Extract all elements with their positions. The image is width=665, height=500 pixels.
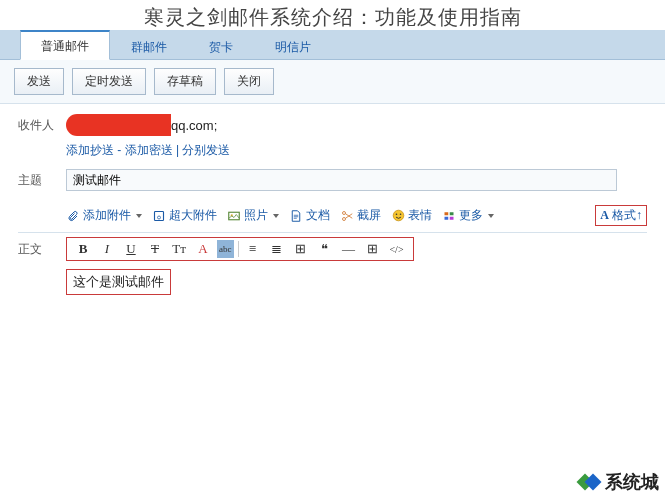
- toolbar-separator: [238, 241, 239, 257]
- action-bar: 发送 定时发送 存草稿 关闭: [0, 60, 665, 104]
- font-a-icon: A: [600, 208, 609, 223]
- align-button[interactable]: ≡: [243, 240, 263, 258]
- watermark-logo-icon: [579, 471, 601, 493]
- compose-form: 收件人 qq.com; 添加抄送 - 添加密送 | 分别发送 主题 添加附件 超…: [0, 104, 665, 295]
- compose-tabbar: 普通邮件 群邮件 贺卡 明信片: [0, 30, 665, 60]
- highlight-button[interactable]: abc: [217, 240, 234, 258]
- font-size-button[interactable]: Tт: [169, 240, 189, 258]
- source-code-button[interactable]: </>: [387, 240, 407, 258]
- send-button[interactable]: 发送: [14, 68, 64, 95]
- tab-group-mail[interactable]: 群邮件: [110, 32, 188, 60]
- editor-content-area[interactable]: 这个是测试邮件: [66, 269, 647, 295]
- recipient-domain: qq.com;: [171, 118, 217, 133]
- close-button[interactable]: 关闭: [224, 68, 274, 95]
- page-title: 寒灵之剑邮件系统介绍：功能及使用指南: [0, 4, 665, 31]
- screenshot-button[interactable]: 截屏: [340, 207, 381, 224]
- tab-postcard[interactable]: 明信片: [254, 32, 332, 60]
- bold-button[interactable]: B: [73, 240, 93, 258]
- svg-rect-10: [450, 212, 454, 215]
- hr-button[interactable]: —: [339, 240, 359, 258]
- chevron-down-icon: [273, 214, 279, 218]
- svg-rect-12: [450, 216, 454, 219]
- emoji-button[interactable]: 表情: [391, 207, 432, 224]
- tab-normal-mail[interactable]: 普通邮件: [20, 30, 110, 60]
- format-toggle-button[interactable]: A 格式↑: [595, 205, 647, 226]
- photo-icon: [227, 209, 241, 223]
- svg-point-8: [399, 213, 401, 215]
- recipient-label: 收件人: [18, 117, 66, 134]
- subject-row: 主题: [18, 169, 647, 191]
- smile-icon: [391, 209, 405, 223]
- body-label: 正文: [18, 237, 66, 258]
- underline-button[interactable]: U: [121, 240, 141, 258]
- save-draft-button[interactable]: 存草稿: [154, 68, 216, 95]
- svg-rect-11: [445, 216, 449, 219]
- strikethrough-button[interactable]: T: [145, 240, 165, 258]
- big-attachment-button[interactable]: 超大附件: [152, 207, 217, 224]
- watermark-text: 系统城: [605, 470, 659, 494]
- tab-greeting-card[interactable]: 贺卡: [188, 32, 254, 60]
- table-button[interactable]: ⊞: [363, 240, 383, 258]
- schedule-send-button[interactable]: 定时发送: [72, 68, 146, 95]
- paperclip-icon: [66, 209, 80, 223]
- add-cc-link[interactable]: 添加抄送: [66, 143, 114, 157]
- photo-button[interactable]: 照片: [227, 207, 279, 224]
- add-bcc-link[interactable]: 添加密送: [125, 143, 173, 157]
- body-text[interactable]: 这个是测试邮件: [66, 269, 171, 295]
- quote-button[interactable]: ❝: [315, 240, 335, 258]
- split-send-link[interactable]: 分别发送: [182, 143, 230, 157]
- svg-rect-9: [445, 212, 449, 215]
- cc-links-row: 添加抄送 - 添加密送 | 分别发送: [66, 142, 647, 159]
- subject-label: 主题: [18, 172, 66, 189]
- document-button[interactable]: 文档: [289, 207, 330, 224]
- editor-row: 正文 B I U T Tт A abc ≡ ≣ ⊞ ❝ — ⊞ </>: [18, 237, 647, 261]
- more-button[interactable]: 更多: [442, 207, 494, 224]
- scissors-icon: [340, 209, 354, 223]
- italic-button[interactable]: I: [97, 240, 117, 258]
- add-attachment-button[interactable]: 添加附件: [66, 207, 142, 224]
- indent-button[interactable]: ⊞: [291, 240, 311, 258]
- font-color-button[interactable]: A: [193, 240, 213, 258]
- svg-point-5: [343, 211, 346, 214]
- more-icon: [442, 209, 456, 223]
- disk-icon: [152, 209, 166, 223]
- svg-point-7: [395, 213, 397, 215]
- list-button[interactable]: ≣: [267, 240, 287, 258]
- chevron-down-icon: [136, 214, 142, 218]
- recipient-field[interactable]: qq.com;: [66, 114, 217, 136]
- chevron-down-icon: [488, 214, 494, 218]
- watermark: 系统城: [579, 470, 659, 494]
- svg-point-6: [393, 210, 404, 221]
- svg-point-4: [343, 217, 346, 220]
- attachment-toolbar: 添加附件 超大附件 照片 文档 截屏: [18, 199, 647, 233]
- svg-point-1: [158, 216, 161, 219]
- recipient-row: 收件人 qq.com;: [18, 114, 647, 136]
- format-toolbar: B I U T Tт A abc ≡ ≣ ⊞ ❝ — ⊞ </>: [66, 237, 414, 261]
- redacted-recipient-icon: [66, 114, 171, 136]
- document-icon: [289, 209, 303, 223]
- subject-input[interactable]: [66, 169, 617, 191]
